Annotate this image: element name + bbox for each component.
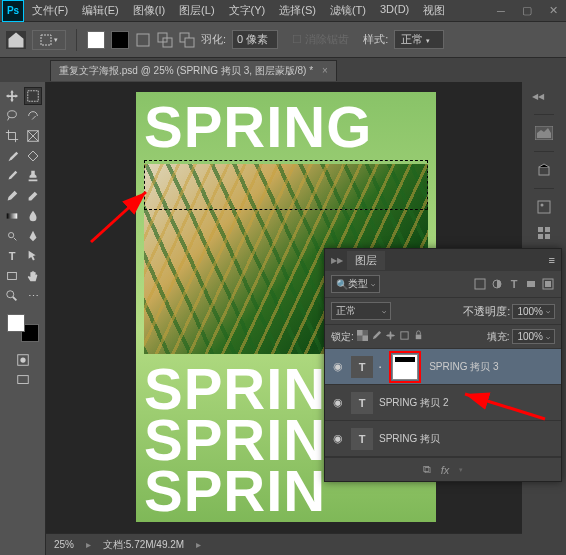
swatches-panel-button[interactable] bbox=[532, 223, 556, 243]
lock-transparency-icon[interactable] bbox=[357, 330, 368, 343]
menu-view[interactable]: 视图 bbox=[417, 0, 451, 21]
panel-menu-icon[interactable]: ≡ bbox=[549, 254, 555, 266]
chevron-down-icon: ⌵ bbox=[382, 307, 386, 315]
layer-name[interactable]: SPRING 拷贝 3 bbox=[429, 360, 555, 374]
menu-3d[interactable]: 3D(D) bbox=[374, 0, 415, 21]
filter-shape-icon[interactable] bbox=[524, 277, 538, 291]
stamp-tool[interactable] bbox=[24, 167, 42, 185]
maximize-button[interactable]: ▢ bbox=[514, 1, 540, 21]
type-tool[interactable]: T bbox=[3, 247, 21, 265]
window-controls: ─ ▢ ✕ bbox=[488, 1, 566, 21]
fx-icon[interactable]: fx bbox=[441, 464, 450, 476]
menu-filter[interactable]: 滤镜(T) bbox=[324, 0, 372, 21]
dodge-tool[interactable] bbox=[3, 227, 21, 245]
tab-close-icon[interactable]: × bbox=[322, 65, 328, 76]
tool-preset-picker[interactable]: ▾ bbox=[32, 30, 66, 50]
chevron-right-icon[interactable]: ▸ bbox=[86, 539, 91, 550]
frame-tool[interactable] bbox=[24, 127, 42, 145]
close-button[interactable]: ✕ bbox=[540, 1, 566, 21]
lock-image-icon[interactable] bbox=[371, 330, 382, 343]
layers-footer: ⧉ fx ▾ bbox=[325, 457, 561, 481]
svg-rect-26 bbox=[475, 279, 485, 289]
learn-panel-button[interactable] bbox=[532, 160, 556, 180]
edit-toolbar[interactable]: ⋯ bbox=[24, 287, 42, 305]
link-layers-icon[interactable]: ⧉ bbox=[423, 463, 431, 476]
filter-pixel-icon[interactable] bbox=[473, 277, 487, 291]
menu-edit[interactable]: 编辑(E) bbox=[76, 0, 125, 21]
screenmode-button[interactable] bbox=[14, 371, 32, 389]
quick-select-tool[interactable] bbox=[24, 107, 42, 125]
color-panel-button[interactable] bbox=[532, 123, 556, 143]
svg-rect-6 bbox=[28, 91, 39, 102]
filter-smart-icon[interactable] bbox=[541, 277, 555, 291]
options-bar: ▾ 羽化: 0 像素 ☐ 消除锯齿 样式: 正常 ▾ bbox=[0, 22, 566, 58]
document-tab[interactable]: 重复文字海报.psd @ 25% (SPRING 拷贝 3, 图层蒙版/8) *… bbox=[50, 60, 337, 81]
feather-input[interactable]: 0 像素 bbox=[232, 30, 278, 49]
layer-row[interactable]: ◉ T ▪ SPRING 拷贝 3 bbox=[325, 349, 561, 385]
fg-color-swatch[interactable] bbox=[7, 314, 25, 332]
layers-tab[interactable]: 图层 bbox=[347, 251, 385, 270]
rectangle-tool[interactable] bbox=[3, 267, 21, 285]
fill-value: 100% bbox=[517, 331, 543, 342]
crop-tool[interactable] bbox=[3, 127, 21, 145]
layer-row[interactable]: ◉ T SPRING 拷贝 2 bbox=[325, 385, 561, 421]
background-swatch[interactable] bbox=[111, 31, 129, 49]
filter-type-icon-t[interactable]: T bbox=[507, 277, 521, 291]
filter-adjustment-icon[interactable] bbox=[490, 277, 504, 291]
libraries-panel-button[interactable] bbox=[532, 197, 556, 217]
lock-position-icon[interactable] bbox=[385, 330, 396, 343]
marquee-tool[interactable] bbox=[24, 87, 42, 105]
eyedropper-tool[interactable] bbox=[3, 147, 21, 165]
style-select[interactable]: 正常 ▾ bbox=[394, 30, 444, 49]
path-select-tool[interactable] bbox=[24, 247, 42, 265]
gradient-tool[interactable] bbox=[3, 207, 21, 225]
layer-mask-thumb[interactable] bbox=[392, 354, 418, 380]
fill-input[interactable]: 100%⌵ bbox=[512, 329, 555, 344]
type-layer-thumb[interactable]: T bbox=[351, 356, 373, 378]
color-swatches[interactable] bbox=[7, 314, 39, 342]
visibility-toggle[interactable]: ◉ bbox=[331, 432, 345, 445]
add-selection-icon[interactable] bbox=[157, 32, 173, 48]
new-selection-icon[interactable] bbox=[135, 32, 151, 48]
brush-tool[interactable] bbox=[3, 167, 21, 185]
foreground-swatch[interactable] bbox=[87, 31, 105, 49]
chevron-right-icon[interactable]: ▸ bbox=[196, 539, 201, 550]
lasso-tool[interactable] bbox=[3, 107, 21, 125]
menu-layer[interactable]: 图层(L) bbox=[173, 0, 220, 21]
separator bbox=[534, 151, 554, 152]
layer-row[interactable]: ◉ T SPRING 拷贝 bbox=[325, 421, 561, 457]
layer-name[interactable]: SPRING 拷贝 2 bbox=[379, 396, 555, 410]
lock-artboard-icon[interactable] bbox=[399, 330, 410, 343]
history-brush-tool[interactable] bbox=[3, 187, 21, 205]
home-button[interactable] bbox=[6, 31, 26, 49]
visibility-toggle[interactable]: ◉ bbox=[331, 396, 345, 409]
type-layer-thumb[interactable]: T bbox=[351, 428, 373, 450]
hand-tool[interactable] bbox=[24, 267, 42, 285]
blend-mode-select[interactable]: 正常⌵ bbox=[331, 302, 391, 320]
expand-panel-icon[interactable]: ◀◀ bbox=[526, 86, 550, 106]
type-layer-thumb[interactable]: T bbox=[351, 392, 373, 414]
filter-type-select[interactable]: 🔍 类型 ⌵ bbox=[331, 275, 380, 293]
visibility-toggle[interactable]: ◉ bbox=[331, 360, 345, 373]
doc-info[interactable]: 文档:5.72M/49.2M bbox=[103, 538, 184, 552]
antialias-label: 消除锯齿 bbox=[305, 33, 349, 45]
move-tool[interactable] bbox=[3, 87, 21, 105]
menu-select[interactable]: 选择(S) bbox=[273, 0, 322, 21]
menu-file[interactable]: 文件(F) bbox=[26, 0, 74, 21]
zoom-display[interactable]: 25% bbox=[54, 539, 74, 550]
zoom-tool[interactable] bbox=[3, 287, 21, 305]
minimize-button[interactable]: ─ bbox=[488, 1, 514, 21]
layer-name[interactable]: SPRING 拷贝 bbox=[379, 432, 555, 446]
quickmask-button[interactable] bbox=[14, 351, 32, 369]
menu-image[interactable]: 图像(I) bbox=[127, 0, 171, 21]
eraser-tool[interactable] bbox=[24, 187, 42, 205]
healing-tool[interactable] bbox=[24, 147, 42, 165]
lock-all-icon[interactable] bbox=[413, 330, 424, 343]
pen-tool[interactable] bbox=[24, 227, 42, 245]
collapse-panel-icon[interactable]: ▶▶ bbox=[331, 256, 343, 265]
blur-tool[interactable] bbox=[24, 207, 42, 225]
subtract-selection-icon[interactable] bbox=[179, 32, 195, 48]
chevron-down-icon: ▾ bbox=[459, 466, 463, 474]
opacity-input[interactable]: 100%⌵ bbox=[512, 304, 555, 319]
menu-type[interactable]: 文字(Y) bbox=[223, 0, 272, 21]
